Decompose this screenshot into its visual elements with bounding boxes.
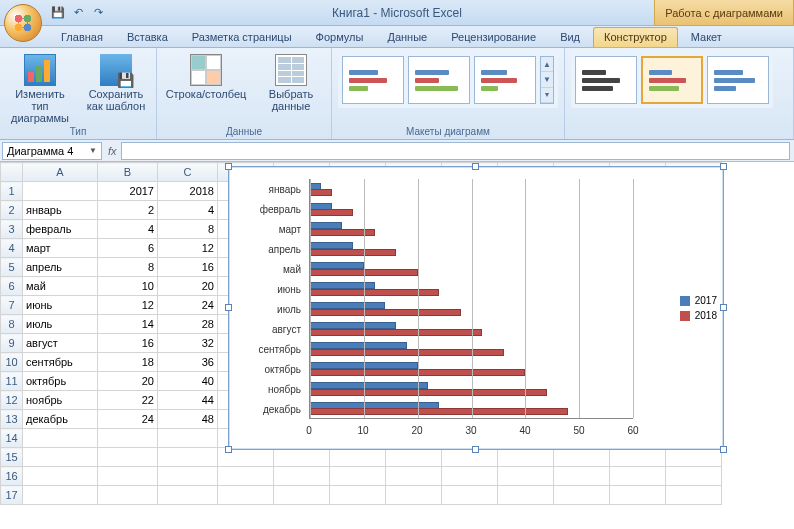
qat-redo-icon[interactable]: ↷ <box>90 5 106 21</box>
cell[interactable] <box>274 448 330 467</box>
cell[interactable]: 6 <box>98 239 158 258</box>
cell[interactable]: 28 <box>158 315 218 334</box>
tab-design[interactable]: Конструктор <box>593 27 678 47</box>
select-all-corner[interactable] <box>1 163 23 182</box>
cell[interactable]: 14 <box>98 315 158 334</box>
tab-page-layout[interactable]: Разметка страницы <box>181 27 303 47</box>
cell[interactable] <box>330 486 386 505</box>
cell[interactable]: сентябрь <box>23 353 98 372</box>
cell[interactable] <box>330 448 386 467</box>
cell[interactable] <box>330 467 386 486</box>
cell[interactable]: 8 <box>158 220 218 239</box>
cell[interactable] <box>610 467 666 486</box>
chart-bar[interactable] <box>310 229 375 236</box>
cell[interactable] <box>386 467 442 486</box>
chart-legend[interactable]: 2017 2018 <box>680 291 717 325</box>
row-header[interactable]: 17 <box>1 486 23 505</box>
cell[interactable]: март <box>23 239 98 258</box>
worksheet[interactable]: A B C D E F G H I J K L 1201720182январь… <box>0 162 794 529</box>
cell[interactable]: 8 <box>98 258 158 277</box>
cell[interactable] <box>666 486 722 505</box>
embedded-chart[interactable]: январьфевральмартапрельмайиюньиюльавгуст… <box>228 166 724 450</box>
tab-formulas[interactable]: Формулы <box>305 27 375 47</box>
style-thumb-3[interactable] <box>707 56 769 104</box>
cell[interactable]: 2017 <box>98 182 158 201</box>
cell[interactable] <box>274 486 330 505</box>
cell[interactable]: 22 <box>98 391 158 410</box>
tab-view[interactable]: Вид <box>549 27 591 47</box>
layouts-gallery-scroll[interactable]: ▲▼▾ <box>540 56 554 104</box>
cell[interactable]: январь <box>23 201 98 220</box>
cell[interactable] <box>158 429 218 448</box>
row-header[interactable]: 16 <box>1 467 23 486</box>
cell[interactable] <box>23 486 98 505</box>
qat-save-icon[interactable]: 💾 <box>50 5 66 21</box>
col-header[interactable]: B <box>98 163 158 182</box>
chevron-down-icon[interactable]: ▼ <box>89 146 97 155</box>
cell[interactable]: 44 <box>158 391 218 410</box>
col-header[interactable]: C <box>158 163 218 182</box>
row-header[interactable]: 3 <box>1 220 23 239</box>
chart-bar[interactable] <box>310 209 353 216</box>
tab-data[interactable]: Данные <box>376 27 438 47</box>
cell[interactable] <box>442 486 498 505</box>
resize-handle[interactable] <box>720 304 727 311</box>
layout-thumb-2[interactable] <box>408 56 470 104</box>
resize-handle[interactable] <box>225 163 232 170</box>
cell[interactable]: 48 <box>158 410 218 429</box>
cell[interactable] <box>98 448 158 467</box>
cell[interactable] <box>98 429 158 448</box>
cell[interactable] <box>610 448 666 467</box>
cell[interactable] <box>23 429 98 448</box>
chart-bar[interactable] <box>310 309 461 316</box>
tab-home[interactable]: Главная <box>50 27 114 47</box>
chart-bar[interactable] <box>310 408 568 415</box>
row-header[interactable]: 5 <box>1 258 23 277</box>
resize-handle[interactable] <box>225 446 232 453</box>
row-header[interactable]: 15 <box>1 448 23 467</box>
cell[interactable] <box>158 467 218 486</box>
cell[interactable]: апрель <box>23 258 98 277</box>
switch-row-column-button[interactable]: Строка/столбец <box>163 52 249 100</box>
change-chart-type-button[interactable]: Изменить тип диаграммы <box>6 52 74 124</box>
cell[interactable] <box>498 486 554 505</box>
resize-handle[interactable] <box>720 446 727 453</box>
row-header[interactable]: 2 <box>1 201 23 220</box>
cell[interactable]: февраль <box>23 220 98 239</box>
formula-input[interactable] <box>121 142 790 160</box>
name-box[interactable]: Диаграмма 4 ▼ <box>2 142 102 160</box>
cell[interactable] <box>98 467 158 486</box>
col-header[interactable]: A <box>23 163 98 182</box>
cell[interactable] <box>498 448 554 467</box>
cell[interactable]: 12 <box>98 296 158 315</box>
cell[interactable]: декабрь <box>23 410 98 429</box>
qat-undo-icon[interactable]: ↶ <box>70 5 86 21</box>
cell[interactable] <box>442 467 498 486</box>
cell[interactable]: май <box>23 277 98 296</box>
row-header[interactable]: 8 <box>1 315 23 334</box>
cell[interactable]: 10 <box>98 277 158 296</box>
chart-plot-area[interactable] <box>309 179 633 419</box>
cell[interactable] <box>98 486 158 505</box>
row-header[interactable]: 6 <box>1 277 23 296</box>
tab-review[interactable]: Рецензирование <box>440 27 547 47</box>
chart-bar[interactable] <box>310 289 439 296</box>
cell[interactable] <box>23 448 98 467</box>
cell[interactable] <box>23 467 98 486</box>
cell[interactable] <box>158 486 218 505</box>
chart-bar[interactable] <box>310 349 504 356</box>
cell[interactable]: июнь <box>23 296 98 315</box>
row-header[interactable]: 7 <box>1 296 23 315</box>
cell[interactable]: 32 <box>158 334 218 353</box>
cell[interactable]: 16 <box>158 258 218 277</box>
select-data-button[interactable]: Выбрать данные <box>257 52 325 112</box>
row-header[interactable]: 13 <box>1 410 23 429</box>
cell[interactable]: 20 <box>158 277 218 296</box>
cell[interactable] <box>666 467 722 486</box>
tab-insert[interactable]: Вставка <box>116 27 179 47</box>
office-button[interactable] <box>4 4 42 42</box>
cell[interactable]: 2018 <box>158 182 218 201</box>
cell[interactable]: 36 <box>158 353 218 372</box>
row-header[interactable]: 1 <box>1 182 23 201</box>
cell[interactable]: июль <box>23 315 98 334</box>
